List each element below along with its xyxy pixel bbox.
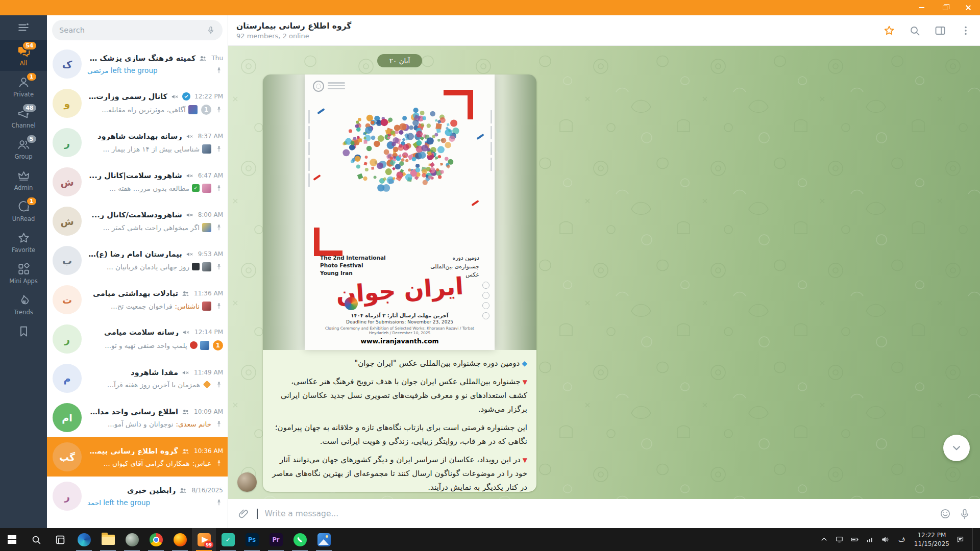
sidebar-toggle-icon[interactable] [934,24,946,37]
checklist-app-icon: ✓ [222,533,235,546]
taskbar-search-button[interactable] [24,528,48,551]
chat-row-bottom: پلمپ واحد صنفی تهیه و تو...1 [87,340,223,350]
taskbar-firefox-button[interactable] [168,528,192,551]
chat-row-bottom: احمد left the group [87,498,223,507]
diamond-icon: ◆ [522,359,527,367]
media-thumbnail [188,105,198,114]
taskbar-tick-button[interactable]: ✓ [216,528,240,551]
chat-list-item[interactable]: اماطلاع رسانی واحد مدار...10:09 AMخانم س… [47,398,228,437]
scroll-to-bottom-button[interactable] [943,435,970,461]
chat-list-item[interactable]: گبگروه اطلاع رسانی بیمار...10:36 AMعباس:… [47,437,228,477]
pin-icon [215,106,223,114]
chat-list-item[interactable]: ررسانه سلامت میامی12:14 PMپلمپ واحد صنفی… [47,319,228,359]
chat-list-item[interactable]: وکانال رسمی وزارت ...12:22 PMآگاهی، موثر… [47,84,228,123]
message-area[interactable]: ۲۰ آبان [228,46,980,499]
clock-date: 11/15/2025 [914,540,949,548]
chat-row-top: اطلاع رسانی واحد مدار...10:09 AM [87,408,223,416]
firefox-icon [174,533,187,546]
pinned-icon [215,145,223,153]
sender-avatar[interactable] [237,472,257,492]
taskbar-start-button[interactable] [0,528,24,551]
search-bar[interactable] [52,20,223,40]
main-menu-button[interactable] [0,15,47,40]
taskbar-clock[interactable]: 12:22 PM 11/15/2025 [914,531,949,547]
rail-item-group[interactable]: 5Group [0,133,47,164]
rail-item-favorite[interactable]: Favorite [0,227,47,258]
notification-center-icon[interactable] [956,535,965,544]
search-input[interactable] [59,26,202,34]
battery-tray-icon[interactable] [850,535,859,544]
chat-name: رسانه بهداشت شاهرود [97,132,182,140]
member-name: مرتضی [87,66,108,74]
message-input[interactable] [265,509,933,518]
minimize-button[interactable] [910,0,933,15]
chat-header[interactable]: گروه اطلاع رسانی بیمارستان 92 members, 2… [228,15,980,46]
chat-list-item[interactable]: ششاهرود سلامت|کانال ر...6:47 AM✓مطالعه ب… [47,162,228,202]
date-chip[interactable]: ۲۰ آبان [377,54,422,67]
rail-item-miniapps[interactable]: Mini Apps [0,258,47,289]
voice-message-icon[interactable] [959,508,971,520]
text-cursor [257,509,258,519]
rail-item-private[interactable]: 1Private [0,71,47,102]
chat-row-top: بیمارستان امام رضا (ع) م...9:53 AM [87,250,223,259]
dash-decoration [476,134,484,140]
chat-preview: عباس:همکاران گرامی آقای کیوان ... [87,459,211,467]
volume-tray-icon[interactable] [881,535,890,544]
chat-row-bottom: اگر میخواهی راحت باشی کمتر ... [87,223,223,232]
windows-taskbar: 99✓PsPr ف 12:22 PM 11/15/2025 [0,528,980,551]
pin-icon [215,263,223,271]
clock-time: 12:22 PM [914,531,949,539]
rail-item-unread[interactable]: 1UnRead [0,195,47,227]
taskbar-edge-button[interactable] [72,528,96,551]
rail-item-channel[interactable]: 48Channel [0,102,47,133]
search-mic-icon[interactable] [206,26,215,35]
taskbar-photoshop-button[interactable]: Ps [240,528,264,551]
rail-item-admin[interactable]: Admin [0,164,47,195]
group-icon [181,447,190,456]
more-menu-icon[interactable] [960,24,972,37]
close-icon [965,5,971,11]
chat-list-item[interactable]: ررسانه بهداشت شاهرود8:37 AMشناسایی بیش ا… [47,123,228,162]
emoji-icon[interactable] [939,508,951,520]
taskbar-whatsapp-button[interactable] [288,528,312,551]
chat-list-item[interactable]: ممفدا شاهرود11:49 AMهمزمان با آخرین روز … [47,359,228,398]
taskbar-explorer-button[interactable] [96,528,120,551]
pinned-icon [215,106,223,114]
window-titlebar[interactable] [0,0,980,15]
display-tray-icon[interactable] [835,535,844,544]
close-button[interactable] [957,0,980,15]
tray-expand-icon[interactable] [820,535,828,544]
group-icon [199,54,207,63]
preview-text: نوجوانان و دانش آمو... [108,420,174,428]
keyboard-language-indicator[interactable]: ف [896,536,908,543]
message-bubble[interactable]: The 2nd International Photo Festival You… [263,74,536,492]
favorite-star-icon[interactable] [883,24,895,37]
network-tray-icon[interactable] [866,535,874,544]
chat-preview: خانم سعدی:نوجوانان و دانش آمو... [87,420,211,428]
rail-item-trends[interactable]: Trends [0,289,47,320]
chat-list-item[interactable]: ششاهرودسلامت/کانال ر...8:00 AMاگر میخواه… [47,202,228,241]
crown-icon [17,169,31,183]
logo-text-lines [328,81,345,89]
show-desktop-button[interactable] [972,528,975,551]
rail-item-all[interactable]: 54All [0,40,47,71]
taskbar-chrome-button[interactable] [144,528,168,551]
app-notification-badge: 99 [204,541,213,548]
deadline-fa: آخرین مهلت ارسال آثار: ۳ آذرماه ۱۴۰۴ [305,313,495,318]
taskbar-premiere-button[interactable]: Pr [264,528,288,551]
maximize-button[interactable] [933,0,957,15]
taskbar-taskview-button[interactable] [48,528,72,551]
rail-item-saved[interactable] [0,320,47,342]
search-icon[interactable] [909,24,921,37]
taskbar-photos-button[interactable] [312,528,336,551]
message-paragraph: ▼جشنواره بین‌المللی عکس ایران جوان با هد… [272,375,527,416]
taskbar-globe-button[interactable] [120,528,144,551]
chat-list-item[interactable]: ببیمارستان امام رضا (ع) م...9:53 AMروز ج… [47,241,228,280]
attach-icon[interactable] [237,508,250,520]
chat-list-item[interactable]: ررابطین خبری8/16/2025احمد left the group [47,477,228,516]
dash-decoration [313,174,321,181]
chat-list-item[interactable]: تتبادلات بهداشتی میامی11:36 AMناشناس:فرا… [47,280,228,319]
chat-list-item[interactable]: ککمیته فرهنگ سازی پزشک خا...Thuمرتضی lef… [47,44,228,84]
taskbar-telegram-button[interactable]: 99 [192,528,216,551]
message-photo[interactable]: The 2nd International Photo Festival You… [263,74,536,350]
